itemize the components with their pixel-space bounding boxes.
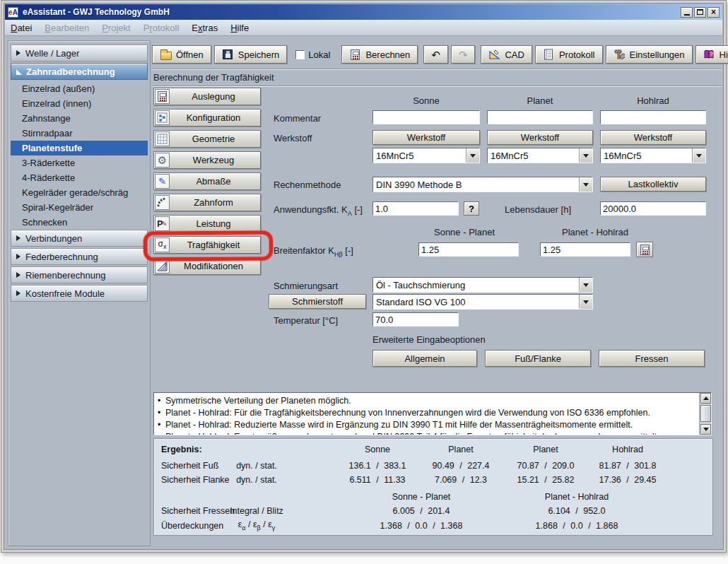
sidebar-item-einzelrad-innen[interactable]: Einzelrad (innen) <box>11 96 148 111</box>
material-dropdown-planet[interactable]: 16MnCr5 <box>487 148 593 163</box>
save-button[interactable]: Speichern <box>214 45 288 64</box>
schmierungsart-dropdown[interactable]: Öl - Tauchschmierung <box>372 277 593 293</box>
breitenfaktor-input-planet-hohlrad[interactable] <box>540 242 630 257</box>
message-line: Planet - Hohlrad: Für die Tragfähigkeits… <box>154 407 711 419</box>
chevron-right-icon <box>16 235 20 241</box>
anwendungsfaktor-input[interactable] <box>372 201 459 216</box>
sidebar-item-planetenstufe[interactable]: Planetenstufe <box>11 141 148 155</box>
breitenfaktor-input-sonne-planet[interactable] <box>418 242 519 257</box>
kommentar-input-hohlrad[interactable] <box>600 110 706 124</box>
sidebar-item-spiral-kegelraeder[interactable]: Spiral-Kegelräder <box>11 200 148 215</box>
sidebar-section-kostenfreie-module[interactable]: Kostenfreie Module <box>11 285 148 302</box>
schmierstoff-dropdown[interactable]: Standard ISO VG 100 <box>372 294 593 310</box>
scroll-down-icon[interactable] <box>700 424 711 435</box>
open-folder-icon <box>160 49 172 60</box>
sidebar-item-zahnstange[interactable]: Zahnstange <box>11 111 148 126</box>
pair-header-planet-hohlrad: Planet - Hohlrad <box>539 227 652 237</box>
sidebar-section-verbindungen[interactable]: Verbindungen <box>11 230 148 247</box>
open-button[interactable]: Öffnen <box>152 45 211 64</box>
scrollbar-thumb[interactable] <box>700 405 711 422</box>
sidebar-item-stirnradpaar[interactable]: Stirnradpaar <box>11 126 148 141</box>
menu-datei[interactable]: Datei <box>11 23 32 33</box>
sidebar-item-einzelrad-aussen[interactable]: Einzelrad (außen) <box>11 81 148 96</box>
result-value: 90.49 / 227.4 <box>419 461 503 471</box>
chevron-right-icon <box>16 50 20 56</box>
chevron-down-icon[interactable] <box>692 148 705 163</box>
chevron-down-icon[interactable] <box>579 177 592 192</box>
question-button[interactable]: ? <box>464 201 479 216</box>
sidebar-section-riemenberechnung[interactable]: Riemenberechnung <box>11 266 148 283</box>
material-dropdown-sonne[interactable]: 16MnCr5 <box>372 148 480 163</box>
tragfaehigkeit-button[interactable]: σxTragfähigkeit <box>153 236 261 254</box>
column-header-sonne: Sonne <box>372 95 480 106</box>
sidebar-item-schnecken[interactable]: Schnecken <box>11 215 148 230</box>
maximize-button[interactable] <box>694 7 706 18</box>
close-icon: × <box>711 8 716 16</box>
window-title: eAssistant - GWJ Technology GmbH <box>23 7 679 17</box>
scrollbar[interactable] <box>699 393 711 435</box>
modifikationen-button[interactable]: Modifikationen <box>153 257 261 275</box>
undo-button[interactable]: ↶ <box>423 45 448 64</box>
auslegung-button[interactable]: Auslegung <box>153 88 261 105</box>
app-icon: eA <box>8 7 18 18</box>
minimize-button[interactable] <box>681 7 693 18</box>
separator <box>152 86 722 87</box>
help-button[interactable]: ?Hilfe <box>695 45 728 64</box>
calculate-button[interactable]: Berechnen <box>341 45 418 64</box>
breitenfaktor-calc-button[interactable] <box>636 242 653 257</box>
lebensdauer-input[interactable] <box>600 201 706 216</box>
chevron-down-icon[interactable] <box>579 278 592 292</box>
checkbox-icon[interactable] <box>295 50 305 59</box>
close-button[interactable]: × <box>708 7 720 18</box>
leistung-button[interactable]: P✎Leistung <box>153 215 261 233</box>
sidebar-section-federberechnung[interactable]: Federberechnung <box>11 248 148 265</box>
werkzeug-button[interactable]: ⚙Werkzeug <box>153 151 261 169</box>
lastkollektiv-button[interactable]: Lastkollektiv <box>600 177 706 192</box>
configuration-icon <box>155 110 170 125</box>
grid-icon <box>155 131 170 146</box>
fressen-button[interactable]: Fressen <box>599 350 705 367</box>
sidebar-section-welle-lager[interactable]: Welle / Lager <box>11 45 148 61</box>
rechenmethode-dropdown[interactable]: DIN 3990 Methode B <box>372 177 593 192</box>
sidebar-section-zahnradberechnung[interactable]: Zahnradberechnung <box>11 63 148 80</box>
menu-hilfe[interactable]: Hilfe <box>230 23 249 33</box>
fuss-flanke-button[interactable]: Fuß/Flanke <box>485 350 591 367</box>
column-header-planet: Planet <box>487 95 593 106</box>
message-line: Symmetrische Verteilung der Planeten mög… <box>154 395 711 407</box>
menu-extras[interactable]: Extras <box>192 23 218 33</box>
sidebar-item-4-raederkette[interactable]: 4-Räderkette <box>11 170 148 185</box>
redo-icon: ↷ <box>459 49 468 60</box>
temperatur-input[interactable] <box>372 312 459 327</box>
chevron-down-icon[interactable] <box>579 295 592 309</box>
menu-bearbeiten: Bearbeiten <box>45 23 89 33</box>
result-value: 6.104 / 952.0 <box>510 506 644 516</box>
minimize-icon <box>684 14 690 16</box>
abmasse-button[interactable]: ✎Abmaße <box>153 172 261 190</box>
material-dropdown-hohlrad[interactable]: 16MnCr5 <box>600 148 706 163</box>
geometrie-button[interactable]: Geometrie <box>153 130 261 148</box>
row-formula: dyn. / stat. <box>211 461 303 471</box>
sidebar-item-3-raederkette[interactable]: 3-Räderkette <box>11 155 148 170</box>
kommentar-input-sonne[interactable] <box>372 110 480 124</box>
werkstoff-button-sonne[interactable]: Werkstoff <box>372 130 480 145</box>
protocol-button[interactable]: Protokoll <box>535 45 603 64</box>
kommentar-input-planet[interactable] <box>487 110 593 124</box>
sidebar-item-kegelraeder[interactable]: Kegelräder gerade/schräg <box>11 185 148 200</box>
chevron-down-icon[interactable] <box>466 148 479 163</box>
settings-button[interactable]: Einstellungen <box>606 45 693 64</box>
results-header: Planet <box>419 445 503 454</box>
calculator-icon <box>640 245 650 255</box>
lebensdauer-label: Lebensdauer [h] <box>478 204 571 215</box>
chevron-down-icon[interactable] <box>579 148 592 163</box>
titlebar[interactable]: eA eAssistant - GWJ Technology GmbH × <box>5 4 722 20</box>
konfiguration-button[interactable]: Konfiguration <box>153 109 261 127</box>
allgemein-button[interactable]: Allgemein <box>372 350 477 367</box>
schmierstoff-button[interactable]: Schmierstoff <box>269 294 366 309</box>
werkstoff-button-planet[interactable]: Werkstoff <box>487 130 593 145</box>
lokal-checkbox[interactable]: Lokal <box>293 49 333 60</box>
zahnform-button[interactable]: Zahnform <box>153 194 261 211</box>
result-value: 81.87 / 301.8 <box>586 461 669 471</box>
scroll-up-icon[interactable] <box>700 393 711 404</box>
cad-button[interactable]: CAD <box>481 45 532 64</box>
werkstoff-button-hohlrad[interactable]: Werkstoff <box>600 130 706 145</box>
